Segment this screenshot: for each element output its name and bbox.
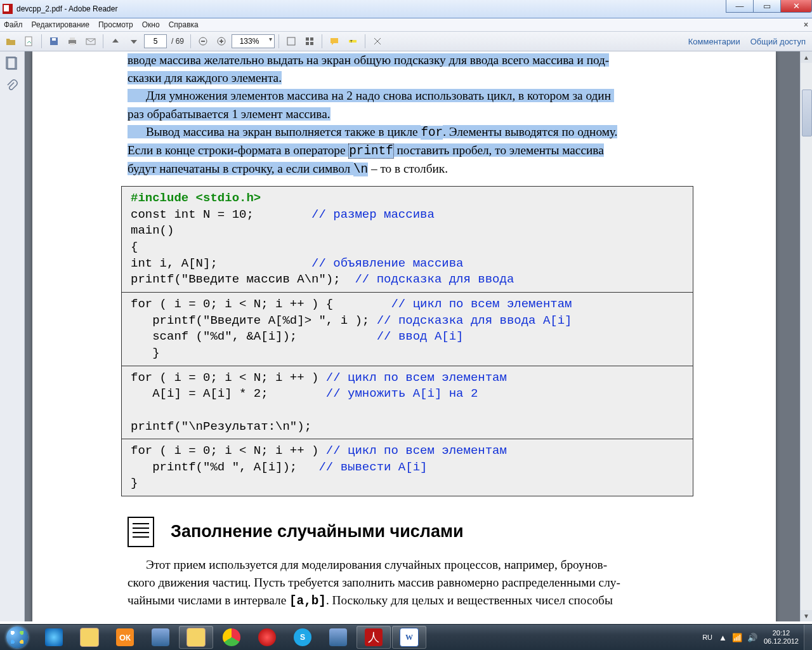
scroll-thumb[interactable]: [802, 90, 812, 136]
menu-window[interactable]: Окно: [142, 20, 160, 29]
email-button[interactable]: [82, 33, 99, 50]
svg-rect-0: [25, 37, 32, 46]
pdf-page: вводе массива желательно выдать на экран…: [32, 51, 776, 621]
attachments-panel-icon[interactable]: [5, 79, 19, 93]
svg-rect-2: [52, 38, 56, 41]
tool-select-button[interactable]: [283, 33, 299, 50]
system-tray: RU ▲ 📶 🔊 20:12 06.12.2012: [702, 625, 812, 650]
toolbar: / 69 T Комментарии Общий доступ: [0, 32, 812, 51]
task-opera[interactable]: [250, 626, 284, 649]
section-title: Заполнение случайными числами: [171, 519, 464, 544]
svg-rect-4: [70, 37, 75, 40]
svg-rect-13: [306, 37, 309, 41]
thumbnails-panel-icon[interactable]: [5, 56, 19, 70]
maximize-button[interactable]: ▭: [753, 0, 781, 13]
scroll-up-icon[interactable]: ▲: [801, 51, 812, 63]
svg-rect-14: [310, 37, 313, 41]
task-acrobat[interactable]: 人: [357, 626, 391, 649]
menu-help[interactable]: Справка: [169, 20, 199, 29]
window-titlebar: devcpp_2.pdf - Adobe Reader — ▭ ✕: [0, 0, 812, 18]
window-title: devcpp_2.pdf - Adobe Reader: [16, 4, 117, 13]
menu-file[interactable]: Файл: [4, 20, 23, 29]
task-explorer[interactable]: [72, 626, 107, 649]
tool-thumbnails-button[interactable]: [301, 33, 318, 50]
windows-taskbar: ОК S 人 W RU ▲ 📶 🔊 20:12 06.12.2012: [0, 624, 812, 650]
task-ie[interactable]: [37, 626, 71, 649]
page-up-button[interactable]: [107, 33, 124, 50]
side-panel: [0, 51, 25, 621]
svg-rect-15: [306, 42, 309, 45]
zoom-in-button[interactable]: [213, 33, 230, 50]
read-mode-button[interactable]: [369, 33, 386, 50]
share-link[interactable]: Общий доступ: [750, 37, 806, 46]
menu-view[interactable]: Просмотр: [98, 20, 133, 29]
highlight-button[interactable]: T: [344, 33, 361, 50]
save-button[interactable]: [46, 33, 62, 50]
svg-rect-5: [70, 43, 75, 45]
document-area: вводе массива желательно выдать на экран…: [25, 51, 812, 621]
page-down-button[interactable]: [126, 33, 142, 50]
taskbar-clock[interactable]: 20:12 06.12.2012: [764, 629, 799, 645]
tray-volume-icon[interactable]: 🔊: [747, 633, 757, 642]
menu-bar: Файл Редактирование Просмотр Окно Справк…: [0, 18, 812, 32]
export-pdf-button[interactable]: [21, 33, 37, 50]
vertical-scrollbar[interactable]: ▲ ▼: [800, 51, 812, 621]
close-button[interactable]: ✕: [780, 0, 812, 13]
document-icon: [128, 517, 154, 547]
task-skype[interactable]: S: [285, 626, 320, 649]
page-count-label: / 69: [171, 37, 184, 46]
task-acrobat-prev[interactable]: [321, 626, 355, 649]
scroll-down-icon[interactable]: ▼: [801, 610, 812, 621]
task-snippingtool[interactable]: [143, 626, 178, 649]
tray-flag-icon[interactable]: ▲: [719, 633, 727, 642]
app-icon: [3, 4, 13, 14]
open-button[interactable]: [3, 33, 19, 50]
start-button[interactable]: [0, 625, 34, 650]
zoom-out-button[interactable]: [195, 33, 211, 50]
menubar-close-icon[interactable]: ×: [804, 20, 808, 29]
menu-edit[interactable]: Редактирование: [32, 20, 89, 29]
task-chrome[interactable]: [214, 626, 249, 649]
body-text: вводе массива желательно выдать на экран…: [128, 51, 687, 178]
zoom-level-input[interactable]: [232, 34, 275, 48]
svg-text:T: T: [350, 39, 353, 43]
comments-link[interactable]: Комментарии: [688, 37, 740, 46]
comment-button[interactable]: [326, 33, 343, 50]
tray-network-icon[interactable]: 📶: [732, 633, 742, 642]
task-word[interactable]: W: [392, 626, 426, 649]
minimize-button[interactable]: —: [726, 0, 754, 13]
section-heading: Заполнение случайными числами: [128, 517, 687, 547]
code-listing: #include <stdio.h> const int N = 10; // …: [121, 186, 693, 496]
language-indicator[interactable]: RU: [702, 633, 712, 641]
task-ok[interactable]: ОК: [108, 626, 142, 649]
show-desktop-button[interactable]: [804, 625, 812, 650]
svg-rect-16: [310, 42, 313, 45]
windows-orb-icon: [6, 627, 28, 648]
svg-rect-12: [287, 37, 295, 45]
body-text-2: Этот прием используется для моделировани…: [128, 556, 687, 611]
page-number-input[interactable]: [144, 34, 167, 48]
print-button[interactable]: [64, 33, 81, 50]
task-folder[interactable]: [179, 626, 213, 649]
